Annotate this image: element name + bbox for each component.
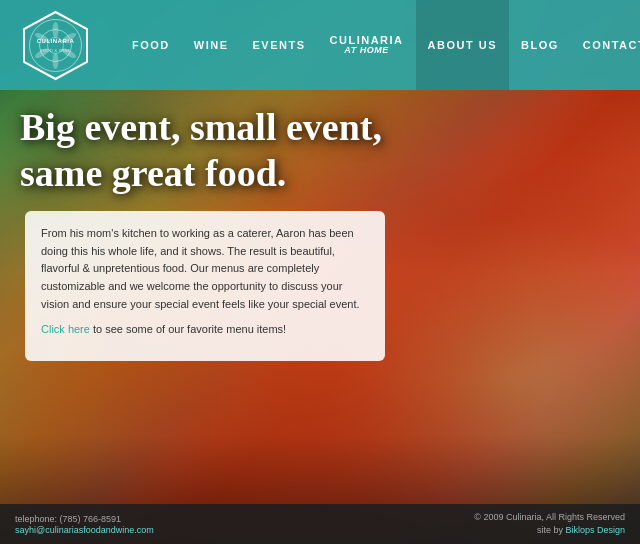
credit-prefix: site by [537,525,566,535]
nav-item-wine[interactable]: WINE [182,0,241,90]
nav-item-about-us[interactable]: ABOUT US [416,0,509,90]
nav-links: FOOD WINE EVENTS CULINARIA at HOME ABOUT… [110,0,640,90]
hero-headline-line2: same great food. [20,152,286,194]
nav-item-events[interactable]: EVENTS [241,0,318,90]
phone-label: telephone: [15,514,57,524]
footer-copyright: © 2009 Culinaria, All Rights Reserved [474,511,625,524]
svg-point-4 [52,22,58,38]
logo-container[interactable]: CULINARIA FOOD & WINE [0,0,110,90]
hero-text-box: From his mom's kitchen to working as a c… [25,211,385,361]
footer-phone: telephone: (785) 766-8591 [15,513,154,526]
nav-item-contact[interactable]: CONTACT [571,0,640,90]
svg-point-7 [52,53,58,69]
hero-content: Big event, small event, same great food.… [20,105,620,361]
footer-credit: site by Biklops Design [537,524,625,537]
footer-right: © 2009 Culinaria, All Rights Reserved si… [474,511,625,536]
hero-cta-suffix: to see some of our favorite menu items! [90,323,286,335]
logo[interactable]: CULINARIA FOOD & WINE [18,8,93,83]
hero-headline: Big event, small event, same great food. [20,105,620,196]
hero-description: From his mom's kitchen to working as a c… [41,225,369,313]
hero-cta-line: Click here to see some of our favorite m… [41,321,369,339]
footer-email[interactable]: sayhi@culinariasfoodandwine.com [15,525,154,535]
nav-item-food[interactable]: FOOD [120,0,182,90]
credit-link[interactable]: Biklops Design [565,525,625,535]
nav-item-blog[interactable]: BLOG [509,0,571,90]
footer-left: telephone: (785) 766-8591 sayhi@culinari… [15,513,154,536]
svg-text:CULINARIA: CULINARIA [36,38,74,44]
phone-number: (785) 766-8591 [60,514,122,524]
hero-cta-link[interactable]: Click here [41,323,90,335]
at-home-label: at HOME [344,46,388,56]
navbar: CULINARIA FOOD & WINE FOOD WINE EVENTS C… [0,0,640,90]
footer: telephone: (785) 766-8591 sayhi@culinari… [0,504,640,544]
svg-text:FOOD & WINE: FOOD & WINE [40,48,70,53]
nav-item-culinaria-at-home[interactable]: CULINARIA at HOME [318,0,416,90]
hero-headline-line1: Big event, small event, [20,106,382,148]
